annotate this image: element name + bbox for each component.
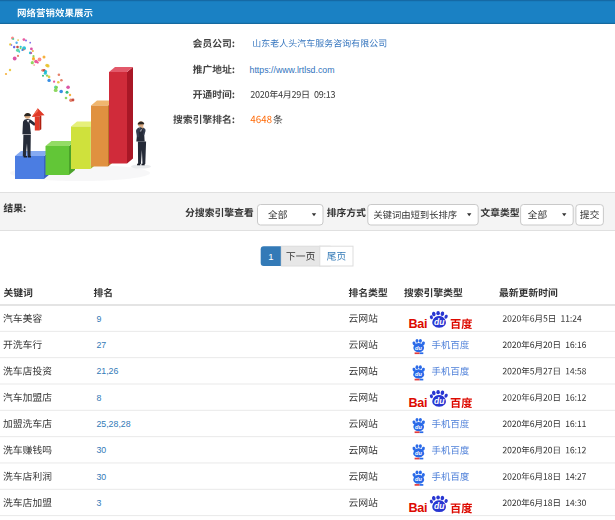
svg-text:27: 27 [96, 340, 106, 350]
svg-text:3: 3 [96, 498, 101, 508]
svg-text:du: du [434, 317, 445, 327]
svg-text:30: 30 [96, 472, 106, 482]
svg-text:https://www.lrtlsd.com: https://www.lrtlsd.com [250, 65, 335, 75]
svg-text:Bai: Bai [409, 501, 428, 515]
svg-text:du: du [415, 476, 422, 482]
svg-text:du: du [415, 345, 422, 351]
svg-text:8: 8 [96, 393, 101, 403]
svg-text:21,26: 21,26 [96, 366, 118, 376]
svg-text:Bai: Bai [409, 317, 428, 331]
svg-text:30: 30 [96, 445, 106, 455]
svg-text:du: du [434, 396, 445, 406]
svg-text:du: du [415, 424, 422, 430]
svg-text:9: 9 [96, 314, 101, 324]
svg-text:25,28,28: 25,28,28 [96, 419, 130, 429]
svg-text:Bai: Bai [409, 396, 428, 410]
svg-text:1: 1 [268, 251, 273, 262]
svg-text:du: du [434, 501, 445, 511]
svg-text:du: du [415, 371, 422, 377]
svg-text:du: du [415, 450, 422, 456]
